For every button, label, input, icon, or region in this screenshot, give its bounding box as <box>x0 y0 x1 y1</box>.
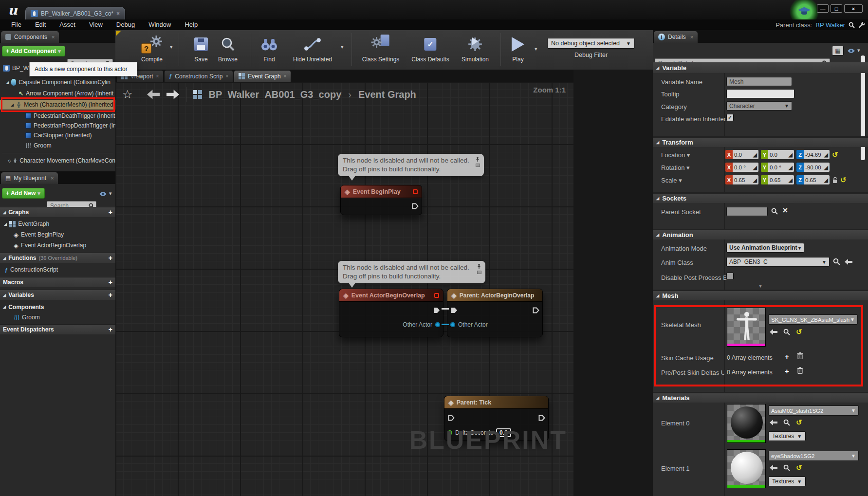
save-button[interactable]: Save <box>194 34 208 63</box>
add-component-button[interactable]: + Add Component▾ <box>2 46 65 56</box>
minimize-button[interactable]: — <box>817 4 829 13</box>
other-actor-pin[interactable] <box>450 322 455 327</box>
play-options-chevron-icon[interactable]: ▾ <box>535 46 537 52</box>
menu-help[interactable]: Help <box>178 21 204 28</box>
eye-icon[interactable] <box>847 48 855 54</box>
event-dispatchers-header[interactable]: Event Dispatchers + <box>0 324 115 334</box>
element1-textures-button[interactable]: Textures▼ <box>768 477 806 486</box>
debug-object-dropdown[interactable]: No debug object selected▼ <box>547 38 635 49</box>
node-event-actorbeginoverlap[interactable]: ◈ Event ActorBeginOverlap Other Actor <box>339 289 443 337</box>
details-tab-close-icon[interactable]: × <box>690 34 693 40</box>
editable-checkbox[interactable]: ✓ <box>726 114 734 121</box>
add-variable-icon[interactable]: + <box>109 291 112 299</box>
play-button[interactable]: Play <box>512 34 524 63</box>
tab-event-graph[interactable]: Event Graph × <box>234 71 291 82</box>
add-element-icon[interactable]: + <box>785 352 789 361</box>
lock-icon[interactable] <box>832 177 838 184</box>
search-icon[interactable] <box>833 258 840 265</box>
category-dropdown[interactable]: Character▼ <box>726 101 792 110</box>
menu-asset[interactable]: Asset <box>53 21 82 28</box>
use-selected-arrow-icon[interactable] <box>770 420 777 425</box>
exec-out-pin[interactable] <box>411 202 419 210</box>
tree-item-character-movement[interactable]: ◇ Character Movement (CharMoveCon <box>0 156 115 165</box>
browse-to-asset-icon[interactable] <box>783 329 790 335</box>
tree-item-capsule[interactable]: ◢ Capsule Component (CollisionCylin <box>0 77 115 87</box>
node-parent-actorbeginoverlap[interactable]: ◈ Parent: ActorBeginOverlap Other Actor <box>447 289 543 337</box>
rotation-label[interactable]: Rotation ▾ <box>661 164 690 171</box>
tab-details[interactable]: i Details × <box>654 31 698 43</box>
functions-header[interactable]: ◢ Functions (36 Overridable) + <box>0 253 115 263</box>
tab-my-blueprint[interactable]: ▤ My Blueprint × <box>1 172 58 184</box>
menu-edit[interactable]: Edit <box>29 21 52 28</box>
location-label[interactable]: Location ▾ <box>661 151 690 159</box>
expander-icon[interactable]: ◢ <box>6 80 9 85</box>
wrench-icon[interactable] <box>858 21 865 28</box>
element0-dropdown[interactable]: AsiaM02_slash1SG2▼ <box>768 405 859 416</box>
browse-button[interactable]: Browse <box>218 34 238 63</box>
scale-y-input[interactable]: 0.65◢ <box>768 175 794 184</box>
rotation-z-input[interactable]: -90.00◢ <box>804 163 830 172</box>
disable-post-process-checkbox[interactable] <box>726 273 734 280</box>
exec-out-pin[interactable] <box>538 414 545 422</box>
search-icon[interactable] <box>849 22 855 28</box>
variables-header[interactable]: ◢ Variables + <box>0 290 115 300</box>
menu-file[interactable]: File <box>5 21 28 28</box>
class-defaults-button[interactable]: ✓ Class Defaults <box>411 34 449 63</box>
reset-icon[interactable]: ↺ <box>840 176 847 184</box>
chevron-down-icon[interactable]: ▾ <box>109 190 112 197</box>
maximize-button[interactable]: □ <box>831 4 842 13</box>
menu-view[interactable]: View <box>83 21 109 28</box>
trash-icon[interactable] <box>797 352 803 359</box>
asset-tab-close-icon[interactable]: × <box>116 10 120 17</box>
animation-section-header[interactable]: ◢Animation <box>653 229 868 239</box>
transform-section-header[interactable]: ◢Transform <box>653 136 868 147</box>
node-header[interactable]: ◈ Event ActorBeginOverlap <box>339 289 443 302</box>
asset-document-tab[interactable]: BP_Walker_AB001_G3_co* × <box>25 7 125 19</box>
tab-close-icon[interactable]: × <box>284 73 287 79</box>
add-element-icon[interactable]: + <box>785 367 789 375</box>
event-graph-canvas[interactable]: ☆ BP_Walker_AB001_G3_copy › Event Graph … <box>115 82 573 496</box>
use-selected-arrow-icon[interactable] <box>845 259 852 265</box>
graphs-header[interactable]: ◢ Graphs + <box>0 207 115 217</box>
add-dispatcher-icon[interactable]: + <box>109 326 112 333</box>
list-item-constructionscript[interactable]: ƒ ConstructionScript <box>0 265 115 275</box>
location-z-input[interactable]: -94.69◢ <box>804 150 830 159</box>
node-header[interactable]: ◈ Parent: Tick <box>444 396 548 409</box>
tree-item-arrow[interactable]: ↖ Arrow Component (Arrow) (Inherit <box>0 89 115 98</box>
clear-socket-icon[interactable]: ✕ <box>782 206 788 214</box>
list-item-event-beginplay[interactable]: ◈ Event BeginPlay <box>0 230 115 239</box>
tree-item-mesh-selected[interactable]: ◢ Mesh (CharacterMesh0) (Inherited) <box>0 100 115 110</box>
list-item-eventgraph[interactable]: ◢ EventGraph <box>0 219 115 229</box>
tree-item-pedestriandeathtrigger[interactable]: PedestrianDeathTrigger (Inherite <box>0 111 115 121</box>
element1-thumbnail[interactable] <box>727 449 766 488</box>
tree-item-carstopper[interactable]: CarStopper (Inherited) <box>0 130 115 140</box>
back-arrow-icon[interactable] <box>147 89 160 100</box>
tree-item-groom[interactable]: Groom <box>0 141 115 150</box>
browse-to-asset-icon[interactable] <box>783 419 790 426</box>
close-button[interactable]: × <box>844 4 863 13</box>
my-blueprint-tab-close-icon[interactable]: × <box>51 175 54 181</box>
animation-mode-dropdown[interactable]: Use Animation Blueprint▼ <box>726 243 804 253</box>
element1-dropdown[interactable]: eyeShadow1SG2▼ <box>768 451 859 461</box>
menu-debug[interactable]: Debug <box>110 21 141 28</box>
use-selected-arrow-icon[interactable] <box>770 329 777 335</box>
variable-name-field[interactable]: Mesh <box>726 77 792 86</box>
tooltip-field[interactable] <box>726 89 794 98</box>
breadcrumb-root[interactable]: BP_Walker_AB001_G3_copy <box>209 89 342 100</box>
rotation-y-input[interactable]: 0.0 °◢ <box>768 163 794 172</box>
property-matrix-button[interactable]: ▦ <box>832 46 844 55</box>
skeletal-mesh-thumbnail[interactable] <box>727 308 766 347</box>
rotation-x-input[interactable]: 0.0 °◢ <box>733 163 758 172</box>
node-event-beginplay[interactable]: ◈ Event BeginPlay <box>340 185 422 215</box>
use-selected-arrow-icon[interactable] <box>770 465 777 471</box>
add-graph-icon[interactable]: + <box>109 208 112 216</box>
reset-icon[interactable]: ↺ <box>796 328 802 335</box>
exec-in-pin[interactable] <box>450 307 458 314</box>
star-icon[interactable]: ☆ <box>122 88 133 101</box>
search-icon[interactable] <box>771 208 778 215</box>
simulation-button[interactable]: Simulation <box>462 34 489 63</box>
hide-unrelated-button[interactable]: Hide Unrelated <box>293 34 332 63</box>
menu-window[interactable]: Window <box>142 21 177 28</box>
exec-out-pin[interactable] <box>433 307 440 314</box>
element0-textures-button[interactable]: Textures▼ <box>768 431 806 441</box>
